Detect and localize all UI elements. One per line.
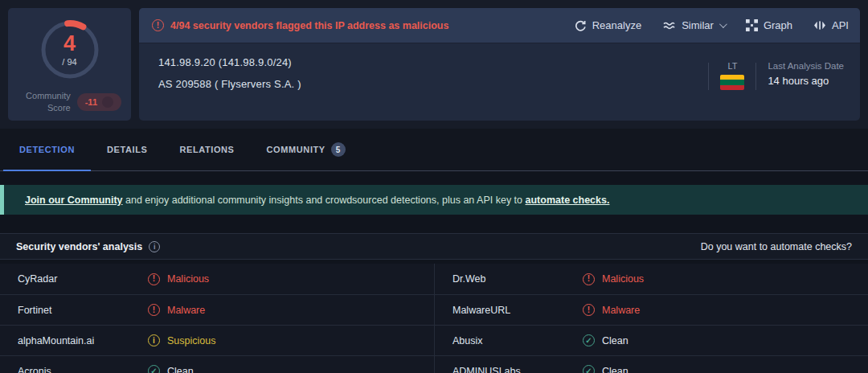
automate-checks-prompt[interactable]: Do you want to automate checks? (701, 241, 852, 252)
vendor-name: Fortinet (0, 305, 148, 316)
clean-status-icon: ✓ (148, 365, 160, 373)
as-owner[interactable]: AS 209588 ( Flyservers S.A. ) (158, 78, 301, 90)
vendor-status: !Malware (583, 304, 640, 316)
tab-label: COMMUNITY (267, 145, 326, 154)
similar-button[interactable]: Similar (662, 19, 725, 31)
status-label: Clean (602, 366, 628, 373)
vendor-cell: ADMINUSLabs✓Clean (434, 356, 868, 373)
malicious-status-icon: ! (148, 304, 160, 316)
vote-toggle-icon (102, 96, 113, 108)
vendor-name: Dr.Web (435, 273, 583, 285)
status-label: Clean (602, 335, 628, 346)
status-label: Malware (602, 305, 640, 316)
vendor-status: ✓Clean (583, 334, 628, 346)
header-actions: ReanalyzeSimilarGraphAPI (575, 19, 849, 31)
divider (708, 63, 709, 90)
status-label: Malicious (602, 273, 644, 285)
vendor-name: MalwareURL (435, 305, 583, 316)
vendor-status: !Malicious (583, 273, 644, 285)
ip-summary-card: ! 4/94 security vendors flagged this IP … (139, 8, 860, 121)
malicious-status-icon: ! (583, 304, 595, 316)
community-score-label: Community Score (21, 90, 71, 114)
vendor-cell: MalwareURL!Malware (434, 295, 868, 325)
vendor-status: ✓Clean (583, 365, 628, 373)
reanalyze-button[interactable]: Reanalyze (575, 19, 641, 31)
divider (755, 63, 756, 90)
table-row: Acronis✓CleanADMINUSLabs✓Clean (0, 355, 868, 373)
clean-status-icon: ✓ (583, 365, 595, 373)
vendor-status: ✓Clean (148, 365, 194, 373)
table-row: Fortinet!MalwareMalwareURL!Malware (0, 294, 868, 325)
tab-relations[interactable]: RELATIONS (163, 129, 250, 170)
tab-label: DETECTION (19, 145, 75, 154)
automate-checks-link[interactable]: automate checks. (526, 195, 610, 206)
score-value: 4 (63, 33, 76, 55)
status-label: Malicious (167, 273, 209, 285)
community-score-badge-value: -11 (85, 97, 97, 107)
vendors-title: Security vendors' analysis (16, 241, 142, 252)
api-icon (813, 20, 826, 31)
vendor-cell: alphaMountain.aiiSuspicious (0, 326, 434, 355)
clean-status-icon: ✓ (583, 334, 595, 346)
header-section: 4 / 94 Community Score -11 ! 4/94 securi… (0, 0, 868, 129)
last-analysis-value: 14 hours ago (768, 75, 844, 87)
api-button[interactable]: API (813, 19, 849, 31)
vendor-name: CyRadar (0, 273, 148, 285)
action-label: Graph (764, 19, 792, 31)
tab-detection[interactable]: DETECTION (3, 129, 91, 170)
vendor-status: !Malicious (148, 273, 209, 285)
score-total: / 94 (62, 57, 76, 67)
vendor-status: iSuspicious (148, 334, 215, 346)
suspicious-status-icon: i (148, 334, 160, 346)
vendor-cell: Acronis✓Clean (0, 356, 434, 373)
warning-icon: ! (152, 19, 164, 31)
tab-bar: DETECTIONDETAILSRELATIONSCOMMUNITY5 (0, 129, 868, 171)
vendor-name: ADMINUSLabs (435, 366, 583, 373)
tab-count-badge: 5 (331, 142, 346, 157)
table-row: alphaMountain.aiiSuspiciousAbusix✓Clean (0, 325, 868, 355)
malicious-status-icon: ! (148, 273, 160, 285)
action-label: API (832, 19, 849, 31)
alert-text: 4/94 security vendors flagged this IP ad… (170, 20, 448, 31)
tab-community[interactable]: COMMUNITY5 (251, 129, 362, 170)
action-label: Reanalyze (592, 19, 641, 31)
last-analysis-label: Last Analysis Date (768, 61, 844, 71)
community-score-badge[interactable]: -11 (77, 93, 121, 111)
vendor-cell: CyRadar!Malicious (0, 264, 434, 294)
vendor-name: Abusix (435, 335, 583, 346)
vendors-panel-header: Security vendors' analysis i Do you want… (0, 233, 868, 260)
community-score-widget: 4 / 94 Community Score -11 (8, 8, 131, 121)
graph-button[interactable]: Graph (746, 19, 792, 31)
chevron-down-icon (719, 20, 727, 28)
vendor-cell: Abusix✓Clean (434, 326, 868, 355)
detection-score-donut: 4 / 94 (38, 18, 102, 82)
table-row: CyRadar!MaliciousDr.Web!Malicious (0, 264, 868, 294)
last-analysis-block: Last Analysis Date 14 hours ago (768, 61, 847, 87)
vendor-cell: Fortinet!Malware (0, 295, 434, 325)
ip-address[interactable]: 141.98.9.20 (141.98.9.0/24) (158, 56, 301, 68)
lithuania-flag-icon (720, 75, 744, 90)
action-label: Similar (682, 19, 714, 31)
malicious-status-icon: ! (583, 273, 595, 285)
tab-details[interactable]: DETAILS (91, 129, 163, 170)
status-label: Suspicious (167, 335, 215, 346)
info-icon[interactable]: i (149, 241, 160, 252)
reanalyze-icon (575, 19, 587, 31)
community-banner: Join our Community and enjoy additional … (0, 185, 868, 215)
vendor-name: Acronis (0, 366, 148, 373)
vendor-name: alphaMountain.ai (0, 335, 148, 346)
similar-icon (662, 20, 676, 31)
tab-label: DETAILS (107, 145, 147, 154)
country-code: LT (727, 61, 737, 71)
join-community-link[interactable]: Join our Community (25, 195, 123, 206)
graph-icon (746, 19, 758, 31)
vendor-cell: Dr.Web!Malicious (434, 264, 868, 294)
country-block: LT (720, 61, 744, 90)
vendors-table: CyRadar!MaliciousDr.Web!MaliciousFortine… (0, 264, 868, 373)
status-label: Clean (167, 366, 194, 373)
vendor-status: !Malware (148, 304, 205, 316)
alert-bar: ! 4/94 security vendors flagged this IP … (139, 8, 860, 43)
banner-text: and enjoy additional community insights … (123, 195, 526, 206)
status-label: Malware (167, 305, 205, 316)
tab-label: RELATIONS (179, 145, 234, 154)
